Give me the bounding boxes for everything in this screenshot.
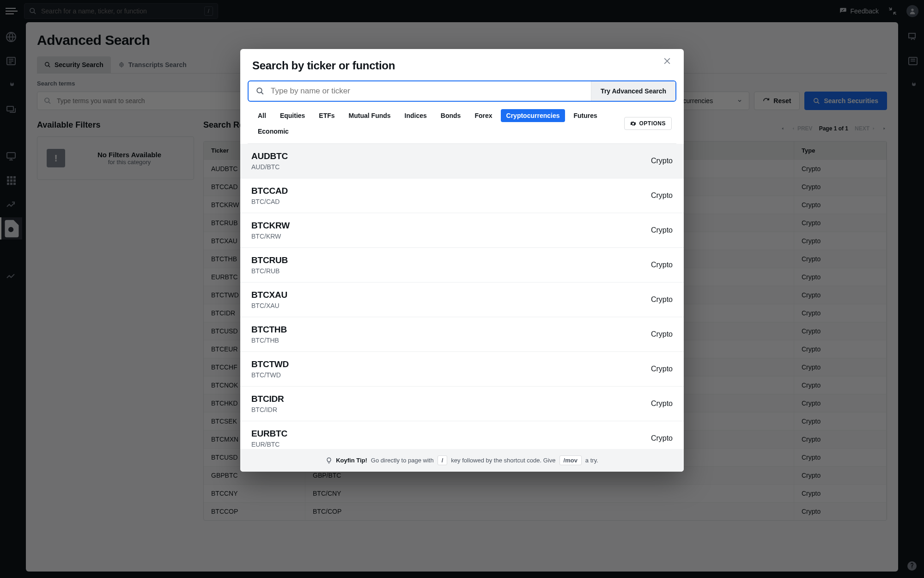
modal-overlay[interactable]: Search by ticker or function Try Advance… bbox=[0, 0, 924, 578]
modal-results-list[interactable]: AUDBTCAUD/BTCCryptoBTCCADBTC/CADCryptoBT… bbox=[240, 144, 684, 449]
tip-bar: Koyfin Tip! Go directly to page with / k… bbox=[240, 449, 684, 472]
try-advanced-button[interactable]: Try Advanced Search bbox=[591, 81, 675, 101]
category-indices[interactable]: Indices bbox=[399, 109, 432, 122]
svg-point-35 bbox=[257, 88, 262, 93]
modal-search-input-wrap[interactable] bbox=[249, 81, 591, 101]
result-item[interactable]: BTCXAUBTC/XAUCrypto bbox=[240, 283, 684, 317]
tip-shortcut: /mov bbox=[559, 455, 582, 465]
search-modal: Search by ticker or function Try Advance… bbox=[240, 49, 684, 472]
category-equities[interactable]: Equities bbox=[274, 109, 310, 122]
result-item[interactable]: BTCCADBTC/CADCrypto bbox=[240, 178, 684, 213]
svg-line-36 bbox=[261, 92, 263, 94]
options-button[interactable]: OPTIONS bbox=[624, 117, 672, 130]
tip-text-2: key followed by the shortcut code. Give bbox=[451, 457, 555, 464]
tip-key: / bbox=[438, 455, 448, 465]
result-item[interactable]: BTCRUBBTC/RUBCrypto bbox=[240, 248, 684, 283]
result-item[interactable]: BTCKRWBTC/KRWCrypto bbox=[240, 213, 684, 248]
result-item[interactable]: BTCTHBBTC/THBCrypto bbox=[240, 317, 684, 352]
tip-brand: Koyfin Tip! bbox=[336, 457, 367, 464]
gear-icon bbox=[630, 121, 636, 127]
category-cryptocurrencies[interactable]: Cryptocurrencies bbox=[501, 109, 565, 122]
options-label: OPTIONS bbox=[639, 120, 666, 127]
category-forex[interactable]: Forex bbox=[469, 109, 498, 122]
category-mutual-funds[interactable]: Mutual Funds bbox=[343, 109, 396, 122]
lightbulb-icon bbox=[326, 457, 332, 464]
category-all[interactable]: All bbox=[252, 109, 272, 122]
category-row: AllEquitiesETFsMutual FundsIndicesBondsF… bbox=[248, 102, 676, 144]
category-economic[interactable]: Economic bbox=[252, 125, 294, 138]
tip-text-3: a try. bbox=[585, 457, 598, 464]
category-bonds[interactable]: Bonds bbox=[435, 109, 467, 122]
close-icon[interactable] bbox=[663, 56, 672, 66]
modal-search-input[interactable] bbox=[271, 86, 584, 96]
result-item[interactable]: BTCIDRBTC/IDRCrypto bbox=[240, 387, 684, 421]
tip-text-1: Go directly to page with bbox=[371, 457, 434, 464]
category-futures[interactable]: Futures bbox=[568, 109, 602, 122]
result-item[interactable]: BTCTWDBTC/TWDCrypto bbox=[240, 352, 684, 387]
category-etfs[interactable]: ETFs bbox=[313, 109, 340, 122]
modal-title: Search by ticker or function bbox=[252, 59, 395, 72]
result-item[interactable]: EURBTCEUR/BTCCrypto bbox=[240, 421, 684, 449]
result-item[interactable]: AUDBTCAUD/BTCCrypto bbox=[240, 144, 684, 178]
search-icon bbox=[256, 87, 264, 95]
modal-search-row: Try Advanced Search bbox=[248, 80, 676, 102]
